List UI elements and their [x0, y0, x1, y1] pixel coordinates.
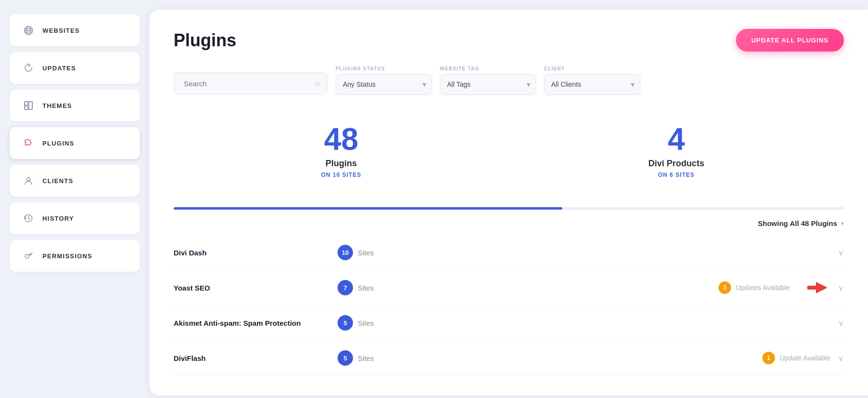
person-icon	[23, 175, 34, 186]
updates-count-badge: 3	[719, 281, 731, 294]
layout-icon	[23, 100, 34, 111]
puzzle-icon	[23, 138, 34, 148]
sidebar-item-label-themes: THEMES	[42, 102, 72, 109]
sites-badge: 10 Sites	[338, 245, 374, 260]
svg-point-9	[27, 178, 30, 181]
plugin-row: Yoast SEO 7 Sites 3 Updates Available ∨	[174, 270, 844, 305]
expand-chevron-icon[interactable]: ∨	[838, 248, 844, 257]
update-arrow-icon	[807, 280, 830, 295]
divi-count: 4	[509, 124, 844, 155]
header-row: Plugins UPDATE ALL PLUGINS	[174, 29, 844, 52]
sites-badge: 5 Sites	[338, 315, 374, 331]
sites-badge: 7 Sites	[338, 280, 374, 295]
sidebar-item-label-websites: WEBSITES	[42, 27, 80, 34]
sidebar-item-permissions[interactable]: PERMISSIONS	[10, 240, 140, 272]
clock-icon	[23, 213, 34, 224]
plugin-name: Akismet Anti-spam: Spam Protection	[174, 319, 328, 327]
sidebar-item-updates[interactable]: UPDATES	[10, 52, 140, 84]
client-select-wrap: All Clients	[544, 74, 640, 95]
updates-info: 3 Updates Available	[719, 281, 790, 294]
progress-bar	[174, 207, 844, 210]
website-tag-filter-group: WEBSITE TAG All Tags	[440, 66, 536, 95]
main-content: Plugins UPDATE ALL PLUGINS ☆ PLUGINS STA…	[149, 10, 868, 395]
showing-chevron-icon: ▾	[841, 220, 844, 227]
expand-chevron-icon[interactable]: ∨	[838, 283, 844, 292]
client-select[interactable]: All Clients	[544, 74, 640, 95]
plugins-sites: ON 10 SITES	[174, 172, 509, 178]
sidebar-item-label-history: HISTORY	[42, 215, 74, 222]
update-all-button[interactable]: UPDATE ALL PLUGINS	[736, 29, 844, 52]
showing-text: Showing All 48 Plugins	[758, 219, 837, 227]
updates-available-text: Updates Available	[736, 284, 790, 292]
sidebar-item-label-permissions: PERMISSIONS	[42, 252, 93, 260]
sidebar-item-themes[interactable]: THEMES	[10, 90, 140, 121]
showing-row: Showing All 48 Plugins ▾	[174, 219, 844, 227]
sites-label: Sites	[358, 319, 374, 327]
plugin-row-right: 1 Update Available ∨	[762, 352, 844, 364]
plugin-row: DiviFlash 5 Sites 1 Update Available ∨	[174, 341, 844, 376]
plugin-row-right: ∨	[838, 248, 844, 257]
plugins-count: 48	[174, 124, 509, 155]
sites-badge: 5 Sites	[338, 350, 374, 366]
updates-available-text: Update Available	[780, 354, 830, 362]
sites-count-badge: 10	[338, 245, 353, 260]
plugins-status-label: PLUGINS STATUS	[336, 66, 432, 71]
sidebar-item-clients[interactable]: CLIENTS	[10, 165, 140, 197]
key-icon	[23, 251, 34, 261]
plugin-row-right: 3 Updates Available ∨	[719, 280, 844, 295]
sites-label: Sites	[358, 284, 374, 292]
plugin-name: Yoast SEO	[174, 284, 328, 292]
svg-line-13	[30, 254, 31, 255]
plugins-stat: 48 Plugins ON 10 SITES	[174, 124, 509, 178]
star-icon[interactable]: ☆	[314, 79, 321, 88]
updates-count-badge: 1	[762, 352, 775, 364]
sidebar-item-label-plugins: PLUGINS	[42, 140, 74, 147]
refresh-icon	[23, 63, 34, 73]
sidebar-item-websites[interactable]: WEBSITES	[10, 14, 140, 46]
client-filter-group: CLIENT All Clients	[544, 66, 640, 95]
sites-count-badge: 7	[338, 280, 353, 295]
expand-chevron-icon[interactable]: ∨	[838, 318, 844, 328]
svg-point-11	[25, 254, 29, 258]
website-tag-select[interactable]: All Tags	[440, 74, 536, 95]
filters-row: ☆ PLUGINS STATUS Any Status WEBSITE TAG …	[174, 66, 844, 95]
website-tag-select-wrap: All Tags	[440, 74, 536, 95]
divi-sites: ON 6 SITES	[509, 172, 844, 178]
divi-label: Divi Products	[509, 159, 844, 169]
plugin-row-right: ∨	[838, 318, 844, 328]
svg-rect-8	[29, 102, 32, 109]
sidebar-item-label-updates: UPDATES	[42, 65, 76, 72]
globe-icon	[23, 25, 34, 36]
plugins-label: Plugins	[174, 159, 509, 169]
plugins-status-select[interactable]: Any Status	[336, 74, 432, 95]
sites-label: Sites	[358, 249, 374, 257]
search-wrap: ☆	[174, 72, 328, 95]
progress-bar-fill	[174, 207, 562, 210]
plugin-name: Divi Dash	[174, 249, 328, 257]
sites-label: Sites	[358, 354, 374, 362]
svg-rect-16	[807, 286, 821, 290]
plugins-status-select-wrap: Any Status	[336, 74, 432, 95]
sidebar-item-plugins[interactable]: PLUGINS	[10, 127, 140, 159]
plugins-status-filter-group: PLUGINS STATUS Any Status	[336, 66, 432, 95]
sidebar: WEBSITES UPDATES THEMES	[0, 0, 149, 398]
plugin-list: Divi Dash 10 Sites ∨ Yoast SEO 7 Sites 3…	[174, 235, 844, 376]
plugin-row: Akismet Anti-spam: Spam Protection 5 Sit…	[174, 305, 844, 341]
updates-info: 1 Update Available	[762, 352, 830, 364]
sites-count-badge: 5	[338, 315, 353, 331]
sidebar-item-label-clients: CLIENTS	[42, 177, 73, 185]
plugin-name: DiviFlash	[174, 354, 328, 362]
divi-stat: 4 Divi Products ON 6 SITES	[509, 124, 844, 178]
sidebar-item-history[interactable]: HISTORY	[10, 202, 140, 234]
stats-row: 48 Plugins ON 10 SITES 4 Divi Products O…	[174, 114, 844, 193]
client-label: CLIENT	[544, 66, 640, 71]
website-tag-label: WEBSITE TAG	[440, 66, 536, 71]
plugin-row: Divi Dash 10 Sites ∨	[174, 235, 844, 270]
expand-chevron-icon[interactable]: ∨	[838, 354, 844, 363]
page-title: Plugins	[174, 30, 236, 51]
search-input[interactable]	[174, 72, 328, 95]
svg-rect-5	[25, 102, 32, 109]
sites-count-badge: 5	[338, 350, 353, 366]
